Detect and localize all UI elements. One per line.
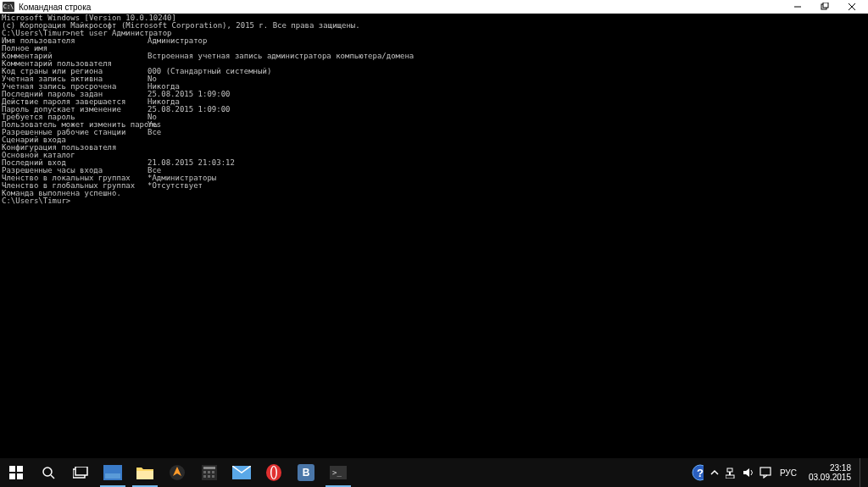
svg-rect-23 bbox=[208, 475, 210, 478]
volume-tray-icon[interactable] bbox=[743, 467, 754, 479]
svg-rect-20 bbox=[208, 471, 210, 473]
taskbar-right: ? РУС 23:18 03.09.2015 bbox=[692, 458, 868, 487]
minimize-icon bbox=[793, 3, 802, 11]
notification-icon bbox=[760, 467, 771, 479]
aimp-icon bbox=[169, 464, 186, 481]
app-icon-1 bbox=[103, 465, 122, 480]
file-explorer-button[interactable] bbox=[129, 458, 161, 487]
start-button[interactable] bbox=[0, 458, 32, 487]
svg-rect-22 bbox=[203, 475, 206, 478]
clock-date: 03.09.2015 bbox=[809, 473, 851, 482]
console-output[interactable]: Microsoft Windows [Version 10.0.10240](с… bbox=[0, 14, 868, 458]
svg-text:B: B bbox=[303, 467, 310, 479]
close-button[interactable] bbox=[838, 0, 865, 14]
svg-rect-35 bbox=[726, 475, 734, 479]
svg-rect-18 bbox=[203, 467, 215, 469]
search-icon bbox=[42, 466, 55, 479]
svg-rect-37 bbox=[727, 468, 732, 472]
svg-line-10 bbox=[51, 475, 54, 479]
svg-rect-19 bbox=[203, 471, 206, 473]
titlebar[interactable]: C:\ Командная строка bbox=[0, 0, 868, 14]
tray-chevron[interactable] bbox=[709, 467, 721, 479]
vk-button[interactable]: B bbox=[290, 458, 322, 487]
svg-rect-7 bbox=[9, 473, 15, 479]
svg-text:?: ? bbox=[697, 467, 704, 479]
svg-point-28 bbox=[272, 467, 276, 479]
help-tray-icon[interactable]: ? bbox=[692, 467, 704, 479]
svg-rect-36 bbox=[729, 472, 731, 475]
command-prompt-window: C:\ Командная строка Microsoft Windows [… bbox=[0, 0, 868, 458]
network-icon bbox=[726, 467, 737, 479]
maximize-button[interactable] bbox=[811, 0, 838, 14]
volume-icon bbox=[743, 467, 754, 479]
calculator-icon bbox=[202, 465, 217, 480]
taskbar[interactable]: B >_ ? РУС 23:18 03.09.2015 bbox=[0, 458, 868, 487]
taskbar-app-aimp[interactable] bbox=[161, 458, 193, 487]
svg-point-9 bbox=[43, 468, 52, 476]
cmd-icon: C:\ bbox=[3, 2, 14, 12]
svg-rect-38 bbox=[760, 468, 771, 475]
svg-rect-12 bbox=[75, 467, 87, 475]
search-button[interactable] bbox=[32, 458, 64, 487]
mail-icon bbox=[232, 466, 251, 479]
svg-rect-21 bbox=[212, 471, 214, 473]
svg-rect-5 bbox=[9, 466, 15, 472]
task-view-icon bbox=[73, 467, 88, 479]
help-icon: ? bbox=[692, 464, 704, 481]
svg-text:>_: >_ bbox=[332, 468, 342, 477]
opera-icon bbox=[265, 464, 282, 481]
maximize-icon bbox=[821, 3, 829, 11]
minimize-button[interactable] bbox=[784, 0, 811, 14]
window-controls bbox=[784, 0, 865, 14]
svg-rect-6 bbox=[17, 466, 23, 472]
taskbar-app-1[interactable] bbox=[97, 458, 129, 487]
task-view-button[interactable] bbox=[64, 458, 97, 487]
svg-rect-14 bbox=[105, 473, 120, 479]
clock[interactable]: 23:18 03.09.2015 bbox=[805, 463, 854, 482]
language-indicator[interactable]: РУС bbox=[776, 468, 800, 478]
taskbar-left: B >_ bbox=[0, 458, 354, 487]
calculator-button[interactable] bbox=[193, 458, 225, 487]
taskbar-app-mail[interactable] bbox=[225, 458, 258, 487]
windows-icon bbox=[9, 466, 23, 479]
svg-rect-24 bbox=[212, 475, 214, 478]
svg-rect-15 bbox=[136, 471, 153, 479]
action-center-icon[interactable] bbox=[760, 467, 771, 479]
opera-button[interactable] bbox=[258, 458, 290, 487]
network-tray-icon[interactable] bbox=[726, 467, 737, 479]
chevron-up-icon bbox=[710, 468, 719, 477]
window-title: Командная строка bbox=[19, 3, 784, 12]
svg-rect-2 bbox=[823, 3, 828, 8]
vk-icon: B bbox=[298, 464, 314, 481]
svg-rect-8 bbox=[17, 473, 23, 479]
close-icon bbox=[848, 3, 856, 11]
cmd-taskbar-button[interactable]: >_ bbox=[322, 458, 354, 487]
folder-icon bbox=[136, 466, 153, 479]
cmd-taskbar-icon: >_ bbox=[330, 466, 347, 479]
show-desktop-button[interactable] bbox=[860, 458, 865, 487]
clock-time: 23:18 bbox=[809, 463, 851, 473]
